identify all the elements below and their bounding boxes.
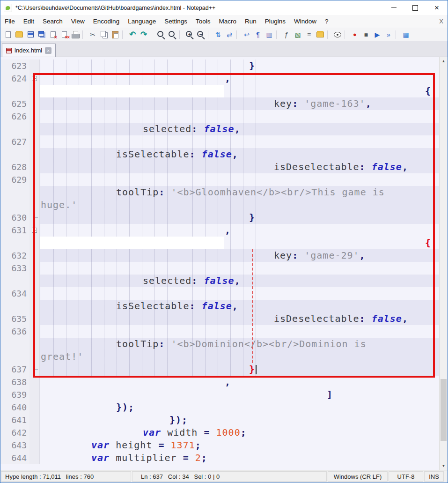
save-all-icon[interactable] (37, 30, 47, 40)
fold-start-marker[interactable] (29, 224, 40, 237)
menu-item-search[interactable]: Search (38, 18, 67, 25)
code-text[interactable]: var multiplier = 2; (40, 452, 439, 464)
code-text[interactable]: ] (40, 388, 439, 401)
zoom-in-icon[interactable]: + (184, 30, 195, 40)
code-text[interactable]: isSelectable: false, (40, 300, 439, 312)
code-text[interactable]: }); (40, 414, 439, 426)
menu-item-macro[interactable]: Macro (215, 18, 241, 25)
view-in-browser-icon[interactable] (332, 30, 343, 40)
doc-switcher-icon[interactable]: ▦ (401, 30, 411, 40)
scrollbar-thumb[interactable] (441, 379, 447, 441)
code-text[interactable]: , (40, 376, 439, 388)
scroll-down-arrow-icon[interactable]: ▼ (440, 462, 448, 470)
code-text[interactable]: toolTip: '<b>Dominion</b><br/>Dominion i… (40, 338, 439, 350)
close-all-icon[interactable] (59, 30, 69, 40)
code-text[interactable]: var width = 1000; (40, 426, 439, 439)
code-text[interactable] (40, 173, 439, 186)
show-all-characters-icon[interactable]: ¶ (253, 30, 263, 40)
sync-vertical-scroll-icon[interactable]: ⇅ (213, 30, 223, 40)
menu-item-window[interactable]: Window (290, 18, 321, 25)
line-number (0, 199, 29, 211)
status-section-1: Hype length : 71,011 lines : 760 (1, 471, 131, 482)
menu-item-plugins[interactable]: Plugins (261, 18, 290, 25)
redo-icon[interactable]: ↷ (139, 30, 149, 40)
code-text[interactable]: great!' (40, 350, 439, 363)
new-file-icon[interactable] (3, 30, 13, 40)
maximize-button[interactable] (404, 0, 426, 15)
find-icon[interactable] (156, 30, 166, 40)
title-bar[interactable]: *C:\Users\beuhdave\Documents\GitHub\boar… (0, 0, 448, 15)
zoom-out-icon[interactable]: − (196, 30, 206, 40)
code-text[interactable]: } (40, 211, 439, 224)
code-text[interactable]: huge.' (40, 199, 439, 211)
word-wrap-icon[interactable]: ↩ (242, 30, 252, 40)
code-text[interactable]: isSelectable: false, (40, 148, 439, 161)
menu-item-tools[interactable]: Tools (191, 18, 215, 25)
code-text[interactable] (40, 287, 439, 300)
code-text[interactable]: { (40, 85, 439, 97)
folder-as-workspace-icon[interactable] (315, 30, 325, 40)
menu-item-file[interactable]: File (0, 18, 19, 25)
editor-rows[interactable]: 623}624,{625key: 'game-163',626selected:… (0, 57, 439, 470)
menu-item-help[interactable]: ? (321, 18, 333, 25)
code-text[interactable]: key: 'game-163', (40, 97, 439, 110)
code-text[interactable]: , (40, 72, 439, 85)
tab-index-html[interactable]: index.html × (2, 44, 56, 57)
code-text[interactable]: isDeselectable: false, (40, 312, 439, 325)
tab-close-icon[interactable]: × (45, 47, 51, 54)
close-file-icon[interactable] (48, 30, 58, 40)
menu-item-language[interactable]: Language (124, 18, 160, 25)
indent-guide-icon[interactable]: ▥ (264, 30, 274, 40)
code-text[interactable] (40, 110, 439, 123)
code-text[interactable] (40, 325, 439, 338)
code-text[interactable] (40, 135, 439, 148)
code-token: } (249, 212, 255, 223)
code-text[interactable]: } (40, 363, 439, 376)
replace-icon[interactable] (167, 30, 177, 40)
sync-horizontal-scroll-icon[interactable]: ⇄ (224, 30, 235, 40)
save-icon[interactable] (25, 30, 36, 40)
menu-item-view[interactable]: View (67, 18, 89, 25)
line-number: 629 (0, 173, 29, 186)
macro-record-icon[interactable]: ● (350, 30, 360, 40)
code-text[interactable]: isDeselectable: false, (40, 161, 439, 173)
code-text[interactable]: var height = 1371; (40, 439, 439, 452)
menu-item-edit[interactable]: Edit (19, 18, 38, 25)
menu-item-run[interactable]: Run (241, 18, 261, 25)
menu-item-settings[interactable]: Settings (160, 18, 191, 25)
cut-icon[interactable]: ✂ (88, 30, 98, 40)
print-icon[interactable] (70, 30, 81, 40)
vertical-scrollbar[interactable]: ▲ ▼ (439, 57, 448, 470)
undo-icon[interactable]: ↶ (127, 30, 138, 40)
document-map-icon[interactable]: ▧ (293, 30, 303, 40)
paste-icon[interactable] (110, 30, 120, 40)
minimize-button[interactable] (383, 0, 404, 15)
code-text[interactable]: { (40, 237, 439, 249)
macro-stop-icon[interactable]: ■ (361, 30, 371, 40)
close-button[interactable]: × (426, 0, 448, 15)
toolbar-separator (236, 30, 240, 39)
menu-close-document-button[interactable]: X (435, 18, 448, 25)
code-token: , (232, 300, 238, 312)
code-text[interactable]: key: 'game-29', (40, 249, 439, 262)
editor-visual-row: selected: false, (0, 123, 439, 135)
menu-item-encoding[interactable]: Encoding (89, 18, 124, 25)
copy-icon[interactable] (99, 30, 109, 40)
code-text[interactable]: } (40, 59, 439, 72)
code-text[interactable] (40, 262, 439, 275)
code-text[interactable]: , (40, 224, 439, 237)
scroll-up-arrow-icon[interactable]: ▲ (440, 57, 448, 65)
editor-visual-row: 635isDeselectable: false, (0, 312, 439, 325)
code-text[interactable]: selected: false, (40, 123, 439, 135)
code-text[interactable]: toolTip: '<b>Gloomhaven</b><br/>This gam… (40, 186, 439, 199)
open-file-icon[interactable] (14, 30, 24, 40)
code-text[interactable]: }); (40, 401, 439, 414)
code-token: : (191, 275, 198, 286)
fold-start-marker[interactable] (29, 72, 40, 85)
macro-run-multiple-icon[interactable]: » (383, 30, 394, 40)
white-highlight-bar (40, 237, 224, 249)
macro-play-icon[interactable]: ▶ (372, 30, 382, 40)
function-list-icon[interactable]: ƒ (281, 30, 292, 40)
code-text[interactable]: selected: false, (40, 275, 439, 287)
document-list-icon[interactable]: ≡ (304, 30, 314, 40)
